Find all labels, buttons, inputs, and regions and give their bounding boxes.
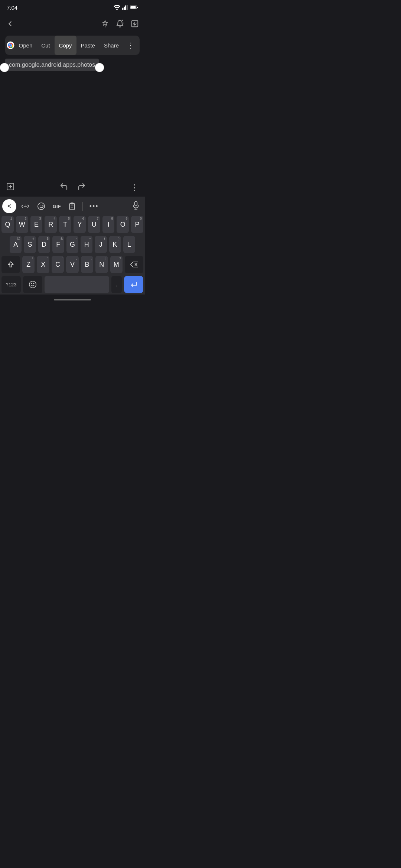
svg-rect-30 <box>135 201 137 206</box>
key-l[interactable]: L <box>123 236 135 253</box>
key-t[interactable]: T5 <box>59 216 71 233</box>
wifi-icon <box>114 5 120 10</box>
svg-line-10 <box>122 20 123 21</box>
key-e[interactable]: E3 <box>30 216 43 233</box>
pin-button[interactable] <box>101 20 109 28</box>
top-bar-left <box>6 20 14 28</box>
key-period[interactable]: . <box>111 276 122 293</box>
keyboard-gif-button[interactable]: GIF <box>50 202 63 211</box>
key-shift[interactable] <box>1 256 20 273</box>
keyboard-row-4: ?123 . <box>0 274 145 295</box>
status-icons <box>114 5 138 10</box>
svg-point-23 <box>38 203 45 210</box>
keyboard-back-button[interactable]: < <box>2 199 16 213</box>
svg-rect-3 <box>125 6 126 10</box>
selection-handle-left[interactable] <box>0 63 9 72</box>
key-v[interactable]: V: <box>66 256 78 273</box>
key-g[interactable]: G- <box>66 236 78 253</box>
key-a[interactable]: A@ <box>10 236 22 253</box>
selection-handle-right[interactable] <box>95 63 104 72</box>
main-content-area <box>0 75 145 179</box>
key-u[interactable]: U7 <box>88 216 100 233</box>
top-bar <box>0 13 145 34</box>
key-p[interactable]: P0 <box>131 216 143 233</box>
svg-rect-2 <box>124 7 125 10</box>
svg-point-36 <box>32 283 32 284</box>
bell-add-button[interactable] <box>116 20 124 28</box>
key-i[interactable]: I8 <box>102 216 115 233</box>
signal-icon <box>122 5 128 10</box>
keyboard-row-3: Z* X" C' V: B; N! M? <box>0 254 145 274</box>
svg-point-0 <box>116 9 118 10</box>
key-enter[interactable] <box>124 276 143 293</box>
text-area[interactable]: com.google.android.apps.photos <box>5 59 140 71</box>
svg-point-17 <box>9 44 12 46</box>
key-d[interactable]: D$ <box>38 236 50 253</box>
keyboard-top-row: < GIF <box>0 198 145 214</box>
keyboard-row-1: Q1 W2 E3 R4 T5 Y6 U7 I8 O9 P0 <box>0 214 145 234</box>
status-time: 7:04 <box>7 4 17 11</box>
menu-more-button[interactable]: ⋮ <box>123 37 138 53</box>
text-content[interactable]: com.google.android.apps.photos <box>5 59 99 71</box>
status-bar: 7:04 <box>0 0 145 13</box>
context-menu-container: Open Cut Copy Paste Share ⋮ <box>5 36 140 55</box>
svg-rect-7 <box>137 7 138 8</box>
add-button[interactable] <box>6 182 15 193</box>
key-backspace[interactable] <box>125 256 143 273</box>
top-bar-right <box>101 20 139 28</box>
home-indicator[interactable] <box>54 299 91 300</box>
download-button[interactable] <box>131 20 139 28</box>
svg-rect-6 <box>130 6 136 9</box>
key-x[interactable]: X" <box>37 256 49 273</box>
back-button[interactable] <box>6 20 14 28</box>
key-n[interactable]: N! <box>95 256 108 273</box>
svg-point-35 <box>29 281 36 288</box>
keyboard-row-2: A@ S# D$ F& G- H+ J( K) L <box>0 234 145 254</box>
key-space[interactable] <box>45 276 109 293</box>
battery-icon <box>130 5 138 10</box>
key-j[interactable]: J( <box>95 236 107 253</box>
key-w[interactable]: W2 <box>16 216 28 233</box>
svg-rect-1 <box>122 8 123 10</box>
key-c[interactable]: C' <box>52 256 64 273</box>
keyboard: < GIF <box>0 197 145 305</box>
menu-share[interactable]: Share <box>100 36 123 55</box>
key-s[interactable]: S# <box>24 236 36 253</box>
key-y[interactable]: Y6 <box>74 216 86 233</box>
keyboard-mic-button[interactable] <box>129 200 143 213</box>
key-emoji[interactable] <box>23 276 42 293</box>
svg-point-37 <box>33 283 34 284</box>
key-h[interactable]: H+ <box>81 236 92 253</box>
key-q[interactable]: Q1 <box>1 216 14 233</box>
svg-rect-4 <box>127 5 128 10</box>
keyboard-separator <box>82 202 83 211</box>
undo-redo-group <box>59 182 86 193</box>
chrome-logo-icon <box>7 39 14 51</box>
key-m[interactable]: M? <box>110 256 123 273</box>
bottom-bar <box>0 295 145 305</box>
key-r[interactable]: R4 <box>45 216 57 233</box>
keyboard-more-button[interactable]: ••• <box>87 201 102 212</box>
menu-paste[interactable]: Paste <box>76 36 100 55</box>
toolbar-more-button[interactable]: ⋮ <box>130 183 139 193</box>
menu-open[interactable]: Open <box>14 36 37 55</box>
key-o[interactable]: O9 <box>117 216 129 233</box>
svg-rect-26 <box>69 204 74 210</box>
keyboard-cursor-button[interactable] <box>19 200 32 212</box>
key-sym[interactable]: ?123 <box>1 276 21 293</box>
undo-button[interactable] <box>59 182 68 193</box>
keyboard-clipboard-button[interactable] <box>65 200 79 213</box>
keyboard-sticker-button[interactable] <box>34 200 48 213</box>
context-menu: Open Cut Copy Paste Share ⋮ <box>5 36 140 55</box>
menu-copy[interactable]: Copy <box>55 36 76 55</box>
menu-cut[interactable]: Cut <box>37 36 54 55</box>
above-keyboard-toolbar: ⋮ <box>0 179 145 197</box>
redo-button[interactable] <box>77 182 86 193</box>
key-b[interactable]: B; <box>81 256 93 273</box>
key-f[interactable]: F& <box>52 236 64 253</box>
key-k[interactable]: K) <box>109 236 121 253</box>
key-z[interactable]: Z* <box>22 256 35 273</box>
